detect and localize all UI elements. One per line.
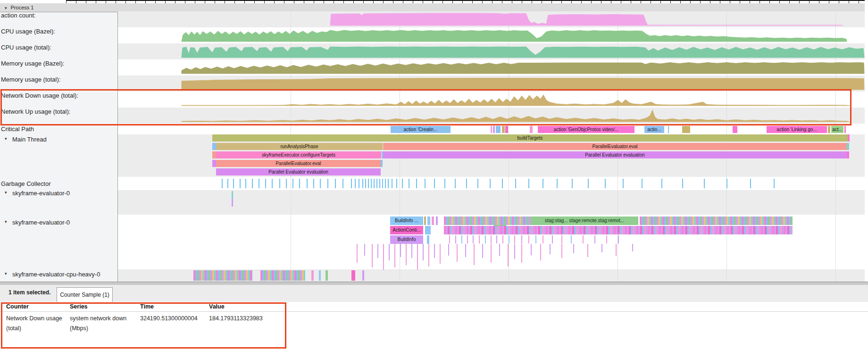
main-thread-slice[interactable] <box>848 134 850 142</box>
critical-path-slice[interactable] <box>530 126 533 133</box>
gc-tick[interactable] <box>365 179 366 188</box>
critical-path-slice[interactable]: actio... <box>644 126 664 133</box>
critical-path-slice[interactable]: action 'Linking go... <box>767 126 827 133</box>
gc-tick[interactable] <box>292 179 293 188</box>
main-thread-slice[interactable]: Parallel Evaluator evaluation <box>216 168 381 175</box>
skyframe-line[interactable] <box>508 244 509 267</box>
collapse-arrow-icon[interactable]: ▾ <box>5 4 7 12</box>
chart-net-down[interactable] <box>118 92 865 108</box>
skyframe-slice-cluster[interactable] <box>444 217 531 225</box>
skyframe-slice-cluster[interactable] <box>444 226 793 234</box>
skyframe-line[interactable] <box>550 244 551 254</box>
skyframe-line[interactable] <box>509 235 509 243</box>
critical-path-slice[interactable]: action 'GenObjcProtos video/... <box>538 126 634 133</box>
main-thread-slice[interactable] <box>847 151 849 158</box>
collapse-arrow-icon[interactable]: ▾ <box>5 271 7 276</box>
skyframe-line[interactable] <box>461 235 462 243</box>
collapse-arrow-icon[interactable]: ▾ <box>5 219 7 224</box>
critical-path-slice[interactable]: action 'Creatin... <box>391 126 451 133</box>
skyframe-line[interactable] <box>467 235 468 243</box>
skyframe-line[interactable] <box>571 235 572 243</box>
skyframe-line[interactable] <box>491 244 492 263</box>
gc-tick[interactable] <box>528 179 529 188</box>
skyframe-line[interactable] <box>573 244 574 253</box>
gc-tick[interactable] <box>750 179 751 188</box>
chart-cpu-total[interactable] <box>118 43 865 59</box>
skyframe-line[interactable] <box>542 235 543 243</box>
skyframe-line[interactable] <box>411 244 412 258</box>
skyframe-line[interactable] <box>473 235 474 243</box>
gc-tick[interactable] <box>252 179 253 188</box>
main-thread-slice[interactable]: buildTargets <box>212 134 848 142</box>
gc-tick[interactable] <box>490 179 491 188</box>
skyframe-slice[interactable] <box>232 191 233 199</box>
critical-path-slice[interactable] <box>496 126 501 133</box>
gc-tick[interactable] <box>572 179 573 188</box>
gc-tick[interactable] <box>466 179 467 188</box>
main-thread-slice[interactable]: Parallel Evaluator evaluation <box>383 151 847 158</box>
skyframe-line[interactable] <box>417 244 418 270</box>
skyframe-line[interactable] <box>594 235 595 243</box>
sidebar-track-label[interactable]: ▾skyframe-evaluator-0 <box>12 219 70 226</box>
main-thread-slice[interactable] <box>381 160 383 167</box>
skyframe-line[interactable] <box>514 244 515 259</box>
gc-tick[interactable] <box>396 179 397 188</box>
cpu-heavy-slice-cluster[interactable] <box>260 270 305 281</box>
gc-tick[interactable] <box>402 179 403 188</box>
skyframe-line[interactable] <box>583 235 584 243</box>
gc-tick[interactable] <box>557 179 558 188</box>
cpu-heavy-slice[interactable] <box>326 270 328 281</box>
gc-tick[interactable] <box>661 179 662 188</box>
skyframe-line[interactable] <box>502 235 503 243</box>
skyframe-slice-cluster[interactable] <box>640 217 793 225</box>
main-thread-slice[interactable]: ParallelEvaluator.eval <box>383 143 847 150</box>
skyframe-slice[interactable]: BuildInfo <box>390 235 423 244</box>
gc-tick[interactable] <box>605 179 606 188</box>
skyframe-line[interactable] <box>372 244 373 267</box>
collapse-arrow-icon[interactable]: ▾ <box>5 190 7 195</box>
main-thread-slice[interactable] <box>212 160 216 167</box>
skyframe-line[interactable] <box>606 235 607 243</box>
skyframe-line[interactable] <box>499 244 500 256</box>
skyframe-line[interactable] <box>601 244 602 252</box>
gc-tick[interactable] <box>376 179 377 188</box>
skyframe-slice[interactable] <box>427 217 430 225</box>
main-thread-slice[interactable] <box>212 151 216 158</box>
tab-counter-sample[interactable]: Counter Sample (1) <box>57 287 113 302</box>
gc-tick[interactable] <box>313 179 314 188</box>
skyframe-line[interactable] <box>423 244 424 260</box>
skyframe-line[interactable] <box>457 244 458 262</box>
skyframe-line[interactable] <box>406 244 407 265</box>
cpu-heavy-slice[interactable] <box>311 270 314 281</box>
gc-tick[interactable] <box>342 179 343 188</box>
skyframe-line[interactable] <box>482 244 483 258</box>
skyframe-line[interactable] <box>479 235 480 243</box>
skyframe-line[interactable] <box>535 235 536 243</box>
critical-path-slice[interactable] <box>445 126 447 133</box>
main-thread-slice[interactable] <box>847 143 849 150</box>
skyframe-line[interactable] <box>514 235 515 243</box>
skyframe-line[interactable] <box>632 244 633 251</box>
gc-tick[interactable] <box>227 179 228 188</box>
main-thread-slice[interactable] <box>212 143 216 150</box>
main-thread-slice[interactable]: skyframeExecutor.configureTargets <box>216 151 381 158</box>
gc-tick[interactable] <box>425 179 426 188</box>
main-thread-slice[interactable]: runAnalysisPhase <box>216 143 383 150</box>
gc-tick[interactable] <box>388 179 389 188</box>
gc-tick[interactable] <box>307 179 308 188</box>
critical-path-slice[interactable] <box>668 126 669 133</box>
gc-tick[interactable] <box>502 179 503 188</box>
gc-tick[interactable] <box>385 179 386 188</box>
skyframe-line[interactable] <box>383 244 384 270</box>
cpu-heavy-slice[interactable] <box>319 270 321 281</box>
chart-cpu-bazel[interactable] <box>118 27 865 43</box>
skyframe-line[interactable] <box>587 244 588 257</box>
skyframe-slice[interactable] <box>427 235 429 244</box>
critical-path-slice[interactable] <box>493 126 495 133</box>
gc-tick[interactable] <box>515 179 516 188</box>
skyframe-line[interactable] <box>561 235 562 243</box>
skyframe-slice[interactable]: stag:stag... stage:remote.stag:remot... <box>531 217 638 225</box>
gc-tick[interactable] <box>726 179 727 188</box>
main-thread-slice[interactable]: ParallelEvaluator.eval <box>216 160 381 167</box>
gc-tick[interactable] <box>409 179 409 188</box>
